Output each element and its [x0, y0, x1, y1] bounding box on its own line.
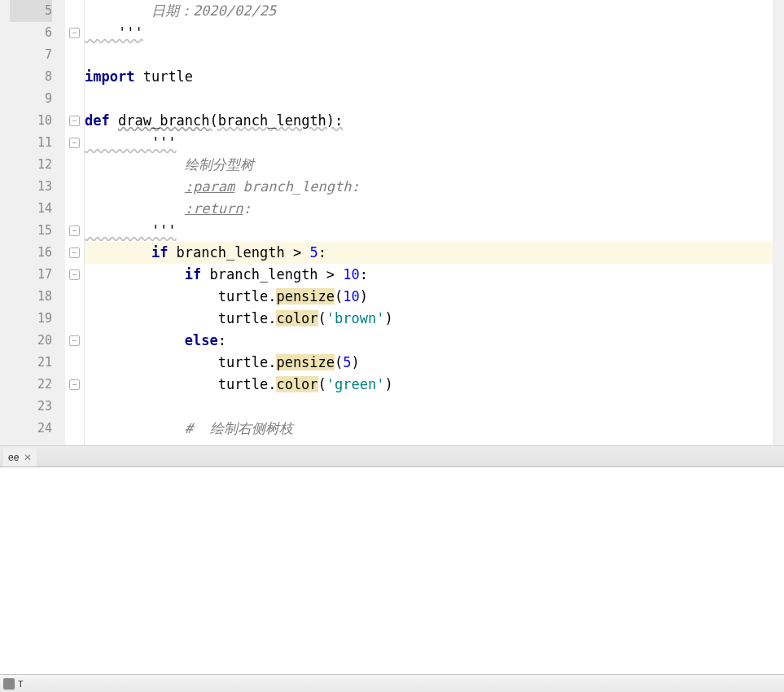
code-line[interactable]: # 绘制右侧树枝	[85, 418, 773, 440]
terminal-icon[interactable]	[3, 678, 15, 690]
fold-slot[interactable]: −	[65, 330, 84, 352]
fold-slot	[65, 286, 84, 308]
tool-window-tab-strip: ee ✕	[0, 446, 784, 467]
code-line[interactable]: else:	[85, 330, 773, 352]
line-number: 16	[10, 242, 52, 264]
fold-slot[interactable]: −	[65, 374, 84, 396]
fold-slot[interactable]: −	[65, 110, 84, 132]
line-number: 6	[10, 22, 52, 44]
fold-collapse-icon[interactable]: −	[69, 269, 80, 280]
line-number: 11	[10, 132, 52, 154]
fold-collapse-icon[interactable]: −	[69, 116, 80, 126]
code-line[interactable]: '''	[85, 220, 773, 242]
gutter: 56789101112131415161718192021222324 −−−−…	[0, 0, 85, 445]
code-line[interactable]	[85, 44, 773, 66]
code-line[interactable]: import turtle	[85, 66, 773, 88]
code-line[interactable]: '''	[85, 22, 773, 44]
line-number: 9	[10, 88, 52, 110]
tab-label: ee	[8, 452, 19, 463]
code-editor[interactable]: 56789101112131415161718192021222324 −−−−…	[0, 0, 784, 446]
line-number: 5	[10, 0, 52, 22]
fold-expand-icon[interactable]: −	[69, 28, 80, 38]
fold-slot	[65, 352, 84, 374]
line-number: 18	[10, 286, 52, 308]
fold-slot[interactable]: −	[65, 242, 84, 264]
code-line[interactable]: 绘制分型树	[85, 154, 773, 176]
code-line[interactable]: turtle.color('brown')	[85, 308, 773, 330]
fold-slot	[65, 198, 84, 220]
line-number: 23	[10, 396, 52, 418]
code-line[interactable]: :param branch_length:	[85, 176, 773, 198]
code-line[interactable]: turtle.pensize(5)	[85, 352, 773, 374]
line-number: 15	[10, 220, 52, 242]
vertical-scrollbar[interactable]	[773, 0, 784, 445]
fold-slot	[65, 44, 84, 66]
code-line[interactable]	[85, 88, 773, 110]
status-label: T	[18, 679, 24, 689]
line-number: 22	[10, 374, 52, 396]
fold-slot	[65, 66, 84, 88]
status-bar: T	[0, 674, 784, 692]
line-number: 17	[10, 264, 52, 286]
fold-slot	[65, 154, 84, 176]
line-number: 7	[10, 44, 52, 66]
fold-slot	[65, 308, 84, 330]
line-number: 12	[10, 154, 52, 176]
fold-slot	[65, 396, 84, 418]
fold-slot[interactable]: −	[65, 264, 84, 286]
close-icon[interactable]: ✕	[24, 452, 32, 463]
line-number: 20	[10, 330, 52, 352]
line-number: 8	[10, 66, 52, 88]
line-number: 21	[10, 352, 52, 374]
fold-slot	[65, 418, 84, 440]
line-number: 19	[10, 308, 52, 330]
code-line[interactable]: if branch_length > 5:	[85, 242, 773, 264]
code-line[interactable]: def draw_branch(branch_length):	[85, 110, 773, 132]
tool-window-tab[interactable]: ee ✕	[3, 449, 37, 466]
fold-collapse-icon[interactable]: −	[69, 138, 80, 148]
fold-expand-icon[interactable]: −	[69, 226, 80, 236]
fold-slot	[65, 88, 84, 110]
code-line[interactable]: turtle.pensize(10)	[85, 286, 773, 308]
code-line[interactable]: if branch_length > 10:	[85, 264, 773, 286]
fold-slot[interactable]: −	[65, 132, 84, 154]
output-pane[interactable]	[0, 467, 784, 674]
line-number: 10	[10, 110, 52, 132]
fold-slot	[65, 176, 84, 198]
code-line[interactable]: turtle.color('green')	[85, 374, 773, 396]
line-number: 24	[10, 418, 52, 440]
fold-expand-icon[interactable]: −	[69, 379, 80, 390]
fold-collapse-icon[interactable]: −	[69, 335, 80, 346]
code-line[interactable]	[85, 396, 773, 418]
fold-collapse-icon[interactable]: −	[69, 247, 80, 258]
line-number-column: 56789101112131415161718192021222324	[0, 0, 65, 445]
fold-slot[interactable]: −	[65, 22, 84, 44]
code-line[interactable]: :return:	[85, 198, 773, 220]
fold-gutter[interactable]: −−−−−−−−	[65, 0, 85, 445]
line-number: 14	[10, 198, 52, 220]
fold-slot[interactable]: −	[65, 220, 84, 242]
code-line[interactable]: 日期：2020/02/25	[85, 0, 773, 22]
fold-slot	[65, 0, 84, 22]
code-pane[interactable]: 日期：2020/02/25 '''import turtledef draw_b…	[85, 0, 773, 445]
code-line[interactable]: '''	[85, 132, 773, 154]
line-number: 13	[10, 176, 52, 198]
